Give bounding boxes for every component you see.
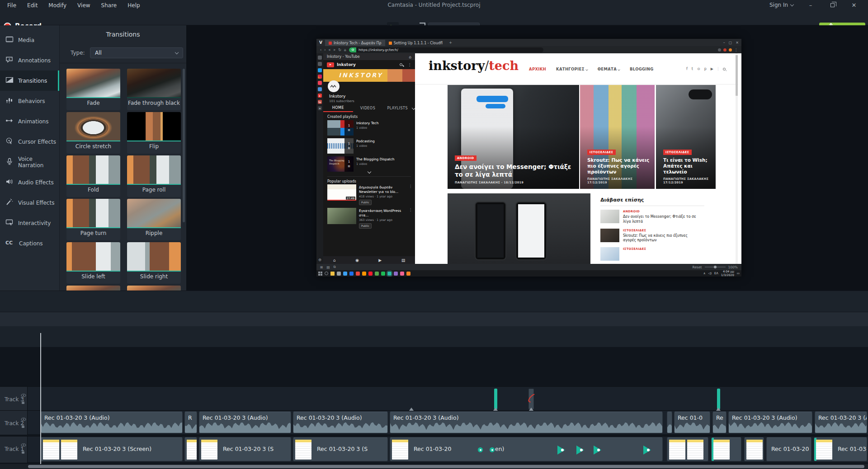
media-marker[interactable] [529, 408, 533, 411]
playhead-line[interactable] [40, 333, 41, 464]
track-lock-icon[interactable] [21, 399, 25, 406]
taskbar-app-icon[interactable] [381, 272, 385, 276]
screen-clip[interactable] [184, 437, 197, 461]
sidebar-item-animations[interactable]: Animations [0, 111, 59, 131]
type-dropdown[interactable]: All [90, 47, 183, 58]
screen-clip[interactable]: Rec 01-03-20 3 [814, 437, 867, 461]
library-icon[interactable]: ▤ [401, 258, 406, 263]
screen-clip[interactable]: Rec 01-03-20 3 (S [293, 437, 388, 461]
instagram-icon[interactable] [318, 75, 322, 79]
transition-slide-right[interactable]: Slide right [127, 242, 181, 284]
transition-flip[interactable]: Flip [127, 112, 181, 154]
taskbar-app-icon[interactable] [330, 272, 335, 276]
track-visibility-icon[interactable] [21, 442, 26, 448]
media-marker[interactable] [409, 408, 414, 411]
zoom-slider[interactable] [705, 267, 726, 267]
site-nav-blogging[interactable]: BLOGGING [630, 67, 653, 71]
menu-modify[interactable]: Modify [44, 1, 71, 9]
site-nav-[interactable]: ΘΕΜΑΤΑ [598, 67, 620, 71]
upload-item[interactable]: 27:49Δημιουργία δωρεάν Newsletter για το… [327, 184, 412, 205]
menu-help[interactable]: Help [123, 1, 144, 9]
audio-clip[interactable] [667, 412, 672, 433]
sidebar-item-cursor-effects[interactable]: Cursor Effects [0, 131, 59, 152]
track-visibility-icon[interactable] [21, 392, 26, 399]
transition-partial[interactable] [127, 286, 181, 291]
volume-icon[interactable]: ◁) [708, 272, 712, 275]
transition-page-roll[interactable]: Page roll [127, 155, 181, 197]
site-scrollbar[interactable] [736, 53, 738, 264]
sidebar-item-media[interactable]: Media [0, 30, 59, 50]
transition-page-turn[interactable]: Page turn [66, 199, 120, 240]
language-indicator[interactable]: ΕΛ [714, 272, 718, 275]
screen-clip[interactable]: Rec 01-03-20en) [390, 437, 663, 461]
animation-dot[interactable] [490, 447, 495, 452]
taskbar-app-icon[interactable] [343, 272, 347, 276]
youtube-icon[interactable]: ▸ [318, 94, 322, 98]
article-card[interactable]: ΙΣΤΟΣΕΛΙΔΕΣ Τι είναι το Wish; Απάτες και… [656, 85, 716, 189]
timeline-ruler[interactable]: + 0:00:00;00 0:00:00;000:00:15;000:00:30… [0, 326, 868, 347]
screen-clip[interactable]: Rec 01-03-20 3 (Screen) [41, 437, 183, 461]
sidebar-item-visual-effects[interactable]: Visual Effects [0, 192, 59, 213]
menu-share[interactable]: Share [97, 1, 122, 9]
tumblr-icon[interactable]: te [318, 100, 322, 104]
sidebar-item-annotations[interactable]: aAnnotations [0, 50, 59, 70]
audio-clip[interactable]: Rec 01-03-20 3 (Audio) [815, 412, 867, 433]
panel-scrollbar[interactable] [183, 69, 185, 222]
browser-tab[interactable]: Setting Up 1.1.1.1 - Cloudfl [385, 40, 447, 46]
taskbar-app-icon[interactable] [406, 272, 410, 276]
teal-clip[interactable] [494, 389, 497, 409]
taskbar-app-icon[interactable] [349, 272, 354, 276]
trending-icon[interactable]: ◉ [355, 258, 359, 263]
media-marker[interactable] [716, 408, 721, 411]
cursor-clip[interactable] [528, 389, 534, 409]
sidebar-item-interactivity[interactable]: Interactivity [0, 213, 59, 233]
site-nav-[interactable]: ΚΑΤΗΓΟΡΙΕΣ [556, 67, 588, 71]
minimize-button[interactable]: – [804, 1, 817, 9]
read-also-item[interactable]: ΙΣΤΟΣΕΛΙΔΕΣSkroutz: Πως να κάνεις πιο έξ… [600, 229, 713, 244]
article-card[interactable]: ΙΣΤΟΣΕΛΙΔΕΣ Skroutz: Πως να κάνεις πιο έ… [580, 85, 655, 189]
track-visibility-icon[interactable] [21, 416, 26, 422]
audio-clip[interactable]: R [184, 412, 197, 433]
timeline-horizontal-scrollbar[interactable] [0, 464, 868, 469]
transition-partial[interactable] [66, 286, 120, 291]
taskbar-app-icon[interactable] [337, 272, 341, 276]
screen-clip[interactable] [667, 437, 708, 461]
pinterest-icon[interactable]: p [704, 67, 707, 71]
taskbar-app-icon[interactable] [375, 272, 379, 276]
upload-item[interactable]: Εγκατάσταση WordPress στα...363 views · … [327, 208, 412, 229]
new-tab-button[interactable]: + [446, 41, 455, 45]
transition-circle-stretch[interactable]: Circle stretch [66, 112, 120, 154]
sidebar-item-captions[interactable]: CCCaptions [0, 233, 59, 253]
taskbar-app-icon[interactable] [362, 272, 366, 276]
tray-chevron-icon[interactable]: ∧ [703, 272, 706, 275]
add-panel-icon[interactable]: + [318, 106, 322, 110]
audio-clip[interactable]: Rec 01-03-20 3 (Audio) [390, 412, 663, 433]
track-lock-icon[interactable] [21, 449, 25, 455]
sidebar-item-behaviors[interactable]: Behaviors [0, 91, 59, 111]
twitter-icon[interactable]: t [692, 67, 693, 71]
transition-slide-left[interactable]: Slide left [66, 242, 120, 284]
sidebar-item-voice-narration[interactable]: Voice Narration [0, 152, 59, 172]
notifications-icon[interactable]: ▭ [737, 272, 740, 275]
audio-clip[interactable]: Rec 01-03-20 3 (Audio) [728, 412, 812, 433]
menu-file[interactable]: File [3, 1, 21, 9]
kebab-icon[interactable]: ⋮ [409, 184, 412, 205]
subscriptions-icon[interactable]: ▶ [378, 258, 382, 263]
annotation-clip[interactable] [405, 389, 420, 409]
menu-view[interactable]: View [73, 1, 94, 9]
search-icon[interactable] [723, 68, 726, 70]
kebab-icon[interactable]: ⋮ [409, 208, 412, 229]
taskbar-app-icon[interactable] [356, 272, 360, 276]
settings-gear-icon[interactable]: ⚙ [318, 258, 321, 262]
screen-clip[interactable] [711, 437, 741, 461]
taskbar-app-icon[interactable] [394, 272, 398, 276]
close-button[interactable]: ✕ [847, 1, 861, 9]
browser-tab[interactable]: Inkstory Tech - Δωρεάν Πρ [325, 40, 385, 46]
screen-clip[interactable]: Rec 01-03-20 3 [766, 437, 811, 461]
taskbar-app-icon[interactable] [368, 272, 373, 276]
sidebar-item-transitions[interactable]: Transitions [0, 70, 59, 91]
expand-chevron[interactable] [323, 170, 415, 174]
zoom-reset[interactable]: Reset [693, 265, 702, 269]
taskbar-app-icon[interactable] [400, 272, 404, 276]
transition-ripple[interactable]: Ripple [127, 199, 181, 240]
